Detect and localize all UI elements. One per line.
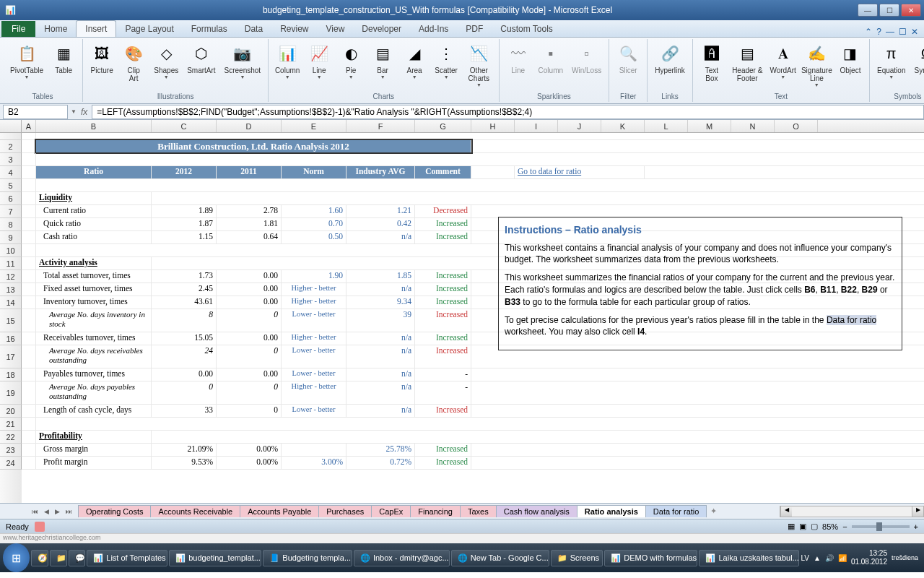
ratio-label[interactable]: Quick ratio (36, 218, 152, 230)
section-profitability[interactable]: Profitability (36, 431, 152, 443)
tray-clock[interactable]: 13:25 01.08.2012 (851, 549, 887, 566)
ratio-label[interactable]: Total asset turnover, times (36, 270, 152, 282)
col-header[interactable]: E (282, 120, 346, 132)
taskbar-item[interactable]: 📊 DEMO with formulas (604, 550, 697, 566)
header-2011[interactable]: 2011 (217, 166, 282, 178)
row-header[interactable]: 9 (0, 231, 22, 244)
picture-button[interactable]: 🖼Picture (87, 40, 116, 76)
workbook-minimize-icon[interactable]: — (886, 27, 894, 37)
name-box[interactable]: B2 (3, 105, 68, 119)
ratio-label[interactable]: Payables turnover, times (36, 368, 152, 381)
tab-insert[interactable]: Insert (76, 20, 116, 37)
smartart-button[interactable]: ⬡SmartArt (184, 40, 218, 76)
row-header[interactable]: 7 (0, 205, 22, 218)
section-liquidity[interactable]: Liquidity (36, 192, 152, 204)
header-norm[interactable]: Norm (282, 166, 346, 178)
row-header[interactable]: 10 (0, 244, 22, 257)
sheet-tab[interactable]: Accounts Receivable (150, 505, 240, 517)
horizontal-scrollbar[interactable]: ◀▶ (780, 506, 924, 517)
row-header[interactable]: 6 (0, 192, 22, 205)
row-header[interactable]: 18 (0, 368, 22, 381)
line-chart-button[interactable]: 📈Line▼ (305, 40, 334, 81)
tab-review[interactable]: Review (271, 21, 317, 37)
zoom-out-button[interactable]: − (842, 522, 847, 531)
row-header[interactable]: 14 (0, 296, 22, 309)
column-chart-button[interactable]: 📊Column▼ (273, 40, 302, 81)
ratio-label[interactable]: Gross margin (36, 444, 152, 456)
taskbar-item[interactable]: 📘 Budgeting templa... (263, 550, 352, 566)
col-header[interactable]: N (731, 120, 775, 132)
col-header[interactable]: J (558, 120, 601, 132)
sheet-title[interactable]: Brilliant Construction, Ltd. Ratio Analy… (36, 140, 471, 152)
sheet-tab[interactable]: Accounts Payable (240, 505, 319, 517)
sheet-tab-active[interactable]: Ratio analysis (577, 505, 646, 517)
zoom-level[interactable]: 85% (822, 522, 838, 531)
sheet-tab[interactable]: Data for ratio (645, 505, 707, 517)
row-header[interactable]: 13 (0, 283, 22, 296)
row-header[interactable]: 20 (0, 405, 22, 418)
row-header[interactable]: 16 (0, 332, 22, 345)
col-header[interactable]: A (22, 120, 36, 132)
tab-nav-first[interactable]: ⏮ (29, 508, 41, 515)
header-avg[interactable]: Industry AVG (346, 166, 415, 178)
sheet-tab[interactable]: CapEx (371, 505, 411, 517)
row-header[interactable]: 17 (0, 345, 22, 368)
clipart-button[interactable]: 🎨Clip Art (119, 40, 148, 84)
sheet-tab[interactable]: Taxes (460, 505, 497, 517)
tab-nav-prev[interactable]: ◀ (41, 508, 52, 515)
tray-icon[interactable]: 🔊 (825, 554, 834, 562)
taskbar-item[interactable]: 📊 List of Templates (87, 550, 167, 566)
goto-data-link[interactable]: Go to data for ratio (515, 166, 645, 178)
taskbar-item[interactable]: 🧭 (31, 550, 48, 566)
help-icon[interactable]: ? (876, 27, 881, 37)
tab-data[interactable]: Data (236, 21, 271, 37)
ratio-label[interactable]: Average No. days payables outstanding (36, 381, 152, 404)
ratio-label[interactable]: Fixed asset turnover, times (36, 283, 152, 296)
row-header[interactable]: 15 (0, 309, 22, 332)
view-normal-icon[interactable]: ▦ (788, 522, 795, 531)
row-header[interactable]: 5 (0, 179, 22, 192)
header-ratio[interactable]: Ratio (36, 166, 152, 178)
hyperlink-button[interactable]: 🔗Hyperlink (652, 40, 688, 76)
new-sheet-button[interactable]: ✦ (706, 506, 721, 516)
row-header[interactable]: 21 (0, 418, 22, 431)
col-header[interactable]: O (775, 120, 818, 132)
col-header[interactable]: B (36, 120, 152, 132)
ratio-label[interactable]: Average No. days inventory in stock (36, 309, 152, 332)
minimize-button[interactable]: — (858, 4, 878, 17)
tab-view[interactable]: View (318, 21, 354, 37)
row-header[interactable]: 4 (0, 166, 22, 179)
ratio-label[interactable]: Cash ratio (36, 231, 152, 243)
row-header[interactable]: 19 (0, 381, 22, 405)
area-chart-button[interactable]: ◢Area▼ (400, 40, 429, 81)
col-header[interactable]: M (688, 120, 731, 132)
col-header[interactable]: G (415, 120, 471, 132)
close-button[interactable]: ✕ (901, 4, 921, 17)
ratio-label[interactable]: Current ratio (36, 205, 152, 217)
pivottable-button[interactable]: 📋PivotTable▼ (7, 40, 46, 81)
signature-button[interactable]: ✍Signature Line▼ (801, 40, 833, 89)
col-header[interactable]: F (346, 120, 415, 132)
scatter-chart-button[interactable]: ⋮Scatter▼ (432, 40, 461, 81)
row-header[interactable]: 24 (0, 457, 22, 470)
row-header[interactable]: 11 (0, 257, 22, 270)
col-header[interactable]: D (217, 120, 282, 132)
slicer-button[interactable]: 🔍Slicer (614, 40, 642, 76)
header-footer-button[interactable]: ▤Header & Footer (729, 40, 766, 84)
row-header[interactable]: 12 (0, 270, 22, 283)
start-button[interactable]: ⊞ (3, 543, 30, 572)
tab-custom-tools[interactable]: Custom Tools (492, 21, 561, 37)
col-header[interactable]: H (471, 120, 515, 132)
workbook-restore-icon[interactable]: ☐ (899, 27, 907, 37)
textbox-button[interactable]: 🅰Text Box (697, 40, 726, 84)
table-button[interactable]: ▦Table (49, 40, 78, 76)
tab-developer[interactable]: Developer (353, 21, 410, 37)
tray-lang[interactable]: LV (801, 554, 810, 562)
ratio-label[interactable]: Receivables turnover, times (36, 332, 152, 345)
taskbar-item[interactable]: 📊 budgeting_templat... (169, 550, 261, 566)
ribbon-minimize-icon[interactable]: ⌃ (865, 27, 872, 37)
shapes-button[interactable]: ◇Shapes▼ (151, 40, 181, 81)
col-header[interactable]: L (645, 120, 688, 132)
sparkline-winloss-button[interactable]: ▫Win/Loss (569, 40, 604, 76)
col-header[interactable]: K (601, 120, 645, 132)
